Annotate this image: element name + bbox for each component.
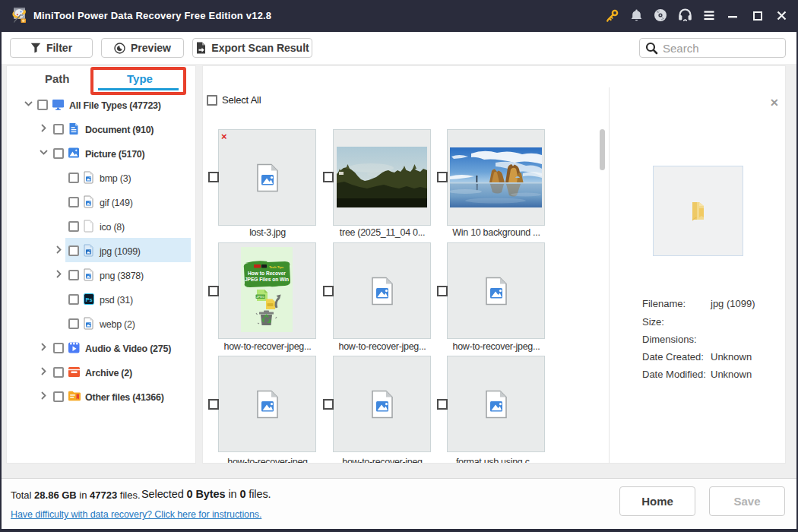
svg-text:Tech Tips: Tech Tips [269,265,284,269]
svg-text:How to Recover: How to Recover [248,271,286,276]
svg-text:JPEG: JPEG [256,295,264,299]
svg-text:Ps: Ps [85,296,92,303]
svg-text:JPEG Files on Win: JPEG Files on Win [245,277,289,282]
